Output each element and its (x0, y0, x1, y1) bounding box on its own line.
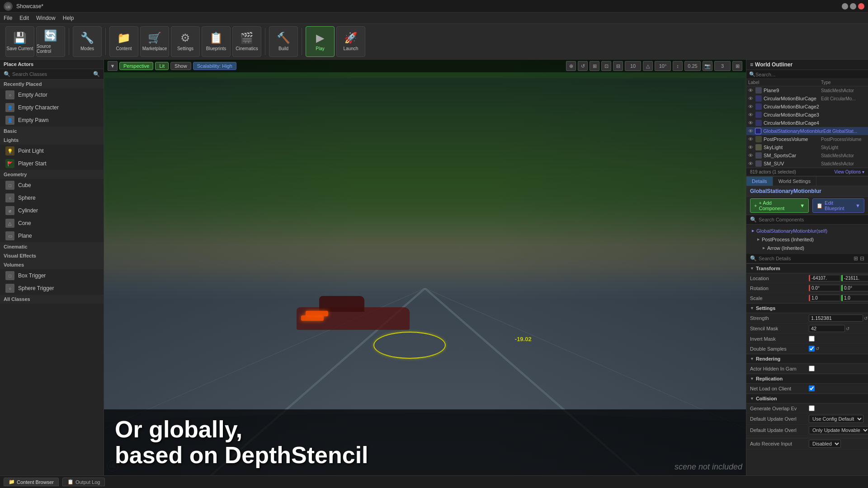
edit-blueprint-button[interactable]: 📋 Edit Blueprint ▼ (812, 198, 864, 213)
outliner-item-sportscar[interactable]: 👁 SM_SportsCar StaticMeshActor (746, 151, 868, 160)
show-btn[interactable]: Show (170, 62, 191, 70)
angle-size-input[interactable]: 10° (655, 61, 671, 71)
category-all-classes[interactable]: All Classes (0, 295, 104, 304)
perspective-btn[interactable]: Perspective (119, 62, 153, 70)
details-grid-view-icon[interactable]: ⊞ (854, 255, 858, 262)
actor-hidden-checkbox[interactable] (809, 366, 815, 371)
outliner-item-circularcage[interactable]: 👁 CircularMotionBlurCage Edit CircularMo… (746, 94, 868, 103)
category-basic[interactable]: Basic (0, 127, 104, 136)
maximize-viewport-btn[interactable]: ⊞ (732, 61, 742, 71)
outliner-item-circularcage4[interactable]: 👁 CircularMotionBlurCage4 (746, 119, 868, 127)
viewport-dropdown-btn[interactable]: ▼ (108, 61, 118, 71)
stencil-mask-input[interactable] (809, 325, 845, 332)
replication-section-header[interactable]: ▼ Replication (746, 374, 868, 384)
actor-cone[interactable]: △ Cone (0, 217, 104, 230)
maximize-button[interactable] (850, 3, 856, 9)
outliner-item-globalstationary[interactable]: 👁 GlobalStationaryMotionblur Edit Global… (746, 127, 868, 135)
modes-button[interactable]: 🔧 Modes (73, 26, 102, 57)
scale-x-input[interactable] (809, 295, 840, 301)
location-x-input[interactable] (809, 275, 840, 282)
camera-speed-input[interactable]: 3 (714, 61, 731, 71)
outliner-search-bar[interactable]: 🔍 (746, 70, 868, 79)
component-postprocess[interactable]: ▸ PostProcess (Inherited) (746, 235, 868, 244)
category-cinematic[interactable]: Cinematic (0, 242, 104, 251)
content-browser-tab[interactable]: 📁 Content Browser (4, 478, 59, 486)
scalability-btn[interactable]: Scalability: High (193, 62, 236, 70)
overlaps-mode-select[interactable]: Use Config Default (809, 415, 863, 423)
outliner-item-suv[interactable]: 👁 SM_SUV StaticMeshActor (746, 160, 868, 168)
net-load-checkbox[interactable] (809, 385, 815, 391)
actor-sphere[interactable]: ○ Sphere (0, 192, 104, 204)
outliner-search-input[interactable] (755, 72, 865, 77)
build-button[interactable]: 🔨 Build (269, 26, 298, 57)
outliner-item-skylight[interactable]: 👁 SkyLight SkyLight (746, 143, 868, 151)
category-geometry[interactable]: Geometry (0, 170, 104, 179)
rotation-x-input[interactable] (809, 285, 840, 291)
actor-search-input[interactable] (12, 71, 93, 77)
default-update-select[interactable]: Only Update Movable (809, 426, 868, 434)
strength-reset-icon[interactable]: ↺ (864, 316, 868, 321)
transform-section-header[interactable]: ▼ Transform (746, 263, 868, 273)
view-options-btn[interactable]: View Options ▾ (834, 169, 864, 174)
settings-section-header[interactable]: ▼ Settings (746, 303, 868, 313)
rotation-y-input[interactable] (841, 285, 868, 291)
grid-snap-btn[interactable]: ⊟ (613, 61, 623, 71)
invert-mask-checkbox[interactable] (809, 336, 815, 342)
angle-snap-btn[interactable]: △ (643, 61, 653, 71)
collision-section-header[interactable]: ▼ Collision (746, 394, 868, 404)
actor-cylinder[interactable]: ⌀ Cylinder (0, 204, 104, 217)
strength-input[interactable] (809, 314, 863, 322)
save-current-button[interactable]: 💾 Save Current (5, 26, 34, 57)
actor-box-trigger[interactable]: □ Box Trigger (0, 269, 104, 282)
double-samples-reset-icon[interactable]: ↺ (816, 346, 819, 351)
minimize-button[interactable] (842, 3, 848, 9)
scale-snap-btn[interactable]: ↕ (673, 61, 683, 71)
menu-help[interactable]: Help (63, 15, 74, 21)
outliner-item-circularcage2[interactable]: 👁 CircularMotionBlurCage2 (746, 103, 868, 111)
content-button[interactable]: 📁 Content (109, 26, 138, 57)
close-button[interactable] (858, 3, 864, 9)
category-visual-effects[interactable]: Visual Effects (0, 251, 104, 260)
menu-edit[interactable]: Edit (19, 15, 29, 21)
generate-overlap-checkbox[interactable] (809, 405, 815, 411)
scale-y-input[interactable] (841, 295, 868, 301)
lit-btn[interactable]: Lit (155, 62, 169, 70)
stencil-mask-reset-icon[interactable]: ↺ (846, 326, 849, 331)
actor-search-bar[interactable]: 🔍 🔍 (0, 69, 104, 80)
category-recently-placed[interactable]: Recently Placed (0, 80, 104, 89)
details-search-input[interactable] (759, 256, 852, 261)
details-filter-icon[interactable]: ⊟ (860, 255, 864, 262)
menu-window[interactable]: Window (36, 15, 56, 21)
details-search-bar[interactable]: 🔍 ⊞ ⊟ (746, 254, 868, 263)
launch-button[interactable]: 🚀 Launch (336, 26, 365, 57)
double-samples-checkbox[interactable] (809, 346, 815, 352)
camera-speed-btn[interactable]: 📷 (703, 61, 712, 71)
category-lights[interactable]: Lights (0, 136, 104, 145)
actor-point-light[interactable]: 💡 Point Light (0, 145, 104, 157)
source-control-button[interactable]: 🔄 Source Control (36, 26, 65, 57)
actor-empty-actor[interactable]: ○ Empty Actor (0, 89, 104, 101)
transform-mode-btn[interactable]: ⊕ (566, 61, 576, 71)
component-search-bar[interactable]: 🔍 (746, 215, 868, 225)
menu-file[interactable]: File (4, 15, 12, 21)
cinematics-button[interactable]: 🎬 Cinematics (232, 26, 261, 57)
outliner-item-plane9[interactable]: 👁 Plane9 StaticMeshActor (746, 86, 868, 94)
outliner-item-postprocess[interactable]: 👁 PostProcessVolume PostProcessVolume (746, 135, 868, 143)
actor-empty-pawn[interactable]: 👤 Empty Pawn (0, 114, 104, 127)
blueprints-button[interactable]: 📋 Blueprints (202, 26, 231, 57)
rotation-mode-btn[interactable]: ↺ (578, 61, 588, 71)
grid-size-input[interactable]: 10 (625, 61, 641, 71)
scale-size-input[interactable]: 0.25 (684, 61, 701, 71)
outliner-item-circularcage3[interactable]: 👁 CircularMotionBlurCage3 (746, 111, 868, 119)
output-log-tab[interactable]: 📋 Output Log (62, 478, 105, 486)
location-y-input[interactable] (841, 275, 868, 282)
auto-receive-input-select[interactable]: Disabled (809, 440, 841, 448)
marketplace-button[interactable]: 🛒 Marketplace (140, 26, 169, 57)
rendering-section-header[interactable]: ▼ Rendering (746, 354, 868, 364)
actor-plane[interactable]: ▭ Plane (0, 230, 104, 242)
component-arrow[interactable]: ▸ Arrow (Inherited) (746, 244, 868, 252)
surface-snap-btn[interactable]: ⊡ (601, 61, 611, 71)
tab-details[interactable]: Details (746, 177, 773, 186)
component-search-input[interactable] (759, 217, 864, 222)
actor-empty-character[interactable]: 👤 Empty Character (0, 101, 104, 114)
